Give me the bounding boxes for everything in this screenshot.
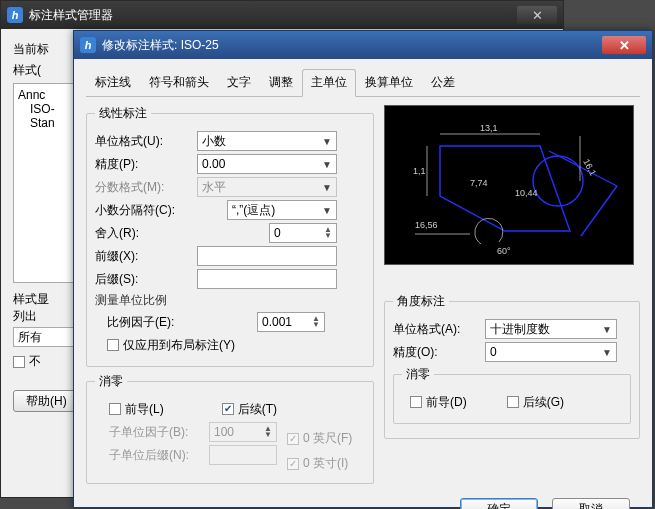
zero-legend: 消零 — [95, 373, 127, 390]
suffix-input[interactable] — [197, 269, 337, 289]
svg-text:7,74: 7,74 — [470, 178, 488, 188]
svg-text:1,1: 1,1 — [413, 166, 426, 176]
layout-only-checkbox[interactable]: 仅应用到布局标注(Y) — [107, 337, 235, 354]
angle-zero-group: 消零 前导(D) 后续(G) — [393, 366, 631, 424]
svg-text:10,44: 10,44 — [515, 188, 538, 198]
checkbox-box: ✔ — [222, 403, 234, 415]
angle-prec-label: 精度(O): — [393, 344, 479, 361]
prefix-input[interactable] — [197, 246, 337, 266]
measurement-legend: 测量单位比例 — [95, 292, 365, 309]
tab-fit[interactable]: 调整 — [260, 69, 302, 97]
chevron-down-icon: ▼ — [322, 205, 332, 216]
chevron-down-icon: ▼ — [602, 347, 612, 358]
spin-buttons: ▲▼ — [264, 426, 272, 438]
hide-label: 不 — [29, 353, 41, 370]
tab-lines[interactable]: 标注线 — [86, 69, 140, 97]
checkbox-box — [109, 403, 121, 415]
frac-format-combo: 水平▼ — [197, 177, 337, 197]
tab-primary-units[interactable]: 主单位 — [302, 69, 356, 97]
chevron-down-icon: ▼ — [322, 182, 332, 193]
angle-leading-checkbox[interactable]: 前导(D) — [410, 394, 467, 411]
list-filter-value: 所有 — [18, 329, 42, 346]
tab-alt-units[interactable]: 换算单位 — [356, 69, 422, 97]
sub-factor-spin: 100 ▲▼ — [209, 422, 277, 442]
app-icon: h — [7, 7, 23, 23]
checkbox-box: ✓ — [287, 433, 299, 445]
roundoff-label: 舍入(R): — [95, 225, 191, 242]
chevron-down-icon: ▼ — [322, 136, 332, 147]
ok-button[interactable]: 确定 — [460, 498, 538, 509]
angle-unit-combo[interactable]: 十进制度数▼ — [485, 319, 617, 339]
app-icon: h — [80, 37, 96, 53]
suffix-label: 后缀(S): — [95, 271, 191, 288]
dialog-footer: 确定 取消 — [86, 490, 640, 509]
dimension-preview: 13,1 1,1 16,1 7,74 10,44 16,56 60° — [384, 105, 634, 265]
linear-group: 线性标注 单位格式(U): 小数▼ 精度(P): 0.00▼ — [86, 105, 374, 367]
prefix-label: 前缀(X): — [95, 248, 191, 265]
feet-checkbox: ✓ 0 英尺(F) — [287, 430, 352, 447]
chevron-down-icon: ▼ — [322, 159, 332, 170]
decimal-sep-label: 小数分隔符(C): — [95, 202, 191, 219]
sub-suffix-label: 子单位后缀(N): — [95, 447, 203, 464]
outer-titlebar: h 标注样式管理器 ✕ — [1, 1, 563, 29]
measurement-group: 测量单位比例 比例因子(E): 0.001 ▲▼ 仅应用到布局标注(Y) — [95, 292, 365, 355]
zero-suppress-group: 消零 前导(L) ✔ 后续(T) 子单位因子(B): — [86, 373, 374, 484]
inner-titlebar: h 修改标注样式: ISO-25 ✕ — [74, 31, 652, 59]
scale-label: 比例因子(E): — [95, 314, 203, 331]
checkbox-box: ✓ — [287, 458, 299, 470]
spin-buttons[interactable]: ▲▼ — [324, 227, 332, 239]
tab-tolerance[interactable]: 公差 — [422, 69, 464, 97]
roundoff-spin[interactable]: 0 ▲▼ — [269, 223, 337, 243]
angle-zero-legend: 消零 — [402, 366, 434, 383]
close-button[interactable]: ✕ — [602, 36, 646, 54]
chevron-down-icon: ▼ — [602, 324, 612, 335]
decimal-sep-combo[interactable]: “,”(逗点)▼ — [227, 200, 337, 220]
angle-group: 角度标注 单位格式(A): 十进制度数▼ 精度(O): 0▼ — [384, 293, 640, 439]
tab-text[interactable]: 文字 — [218, 69, 260, 97]
preview-svg: 13,1 1,1 16,1 7,74 10,44 16,56 60° — [385, 106, 635, 266]
checkbox-box — [507, 396, 519, 408]
precision-combo[interactable]: 0.00▼ — [197, 154, 337, 174]
sub-suffix-input — [209, 445, 277, 465]
outer-close-button[interactable]: ✕ — [517, 6, 557, 24]
svg-text:13,1: 13,1 — [480, 123, 498, 133]
outer-title-text: 标注样式管理器 — [29, 7, 113, 24]
tab-strip: 标注线 符号和箭头 文字 调整 主单位 换算单位 公差 — [86, 69, 640, 97]
unit-format-combo[interactable]: 小数▼ — [197, 131, 337, 151]
scale-spin[interactable]: 0.001 ▲▼ — [257, 312, 325, 332]
spin-buttons[interactable]: ▲▼ — [312, 316, 320, 328]
checkbox-box — [107, 339, 119, 351]
precision-label: 精度(P): — [95, 156, 191, 173]
frac-format-label: 分数格式(M): — [95, 179, 191, 196]
svg-text:16,56: 16,56 — [415, 220, 438, 230]
leading-checkbox[interactable]: 前导(L) — [109, 401, 164, 418]
checkbox-box — [13, 356, 25, 368]
svg-line-2 — [581, 186, 617, 236]
svg-text:60°: 60° — [497, 246, 511, 256]
angle-legend: 角度标注 — [393, 293, 449, 310]
modify-dimstyle-dialog: h 修改标注样式: ISO-25 ✕ 标注线 符号和箭头 文字 调整 主单位 换… — [73, 30, 653, 508]
cancel-button[interactable]: 取消 — [552, 498, 630, 509]
angle-trailing-checkbox[interactable]: 后续(G) — [507, 394, 564, 411]
help-button[interactable]: 帮助(H) — [13, 390, 80, 412]
angle-unit-label: 单位格式(A): — [393, 321, 479, 338]
inner-title-text: 修改标注样式: ISO-25 — [102, 37, 219, 54]
trailing-checkbox[interactable]: ✔ 后续(T) — [222, 401, 277, 418]
sub-factor-label: 子单位因子(B): — [95, 424, 203, 441]
checkbox-box — [410, 396, 422, 408]
inches-checkbox: ✓ 0 英寸(I) — [287, 455, 348, 472]
angle-prec-combo[interactable]: 0▼ — [485, 342, 617, 362]
tab-symbols[interactable]: 符号和箭头 — [140, 69, 218, 97]
linear-legend: 线性标注 — [95, 105, 151, 122]
unit-format-label: 单位格式(U): — [95, 133, 191, 150]
svg-marker-0 — [440, 146, 570, 231]
